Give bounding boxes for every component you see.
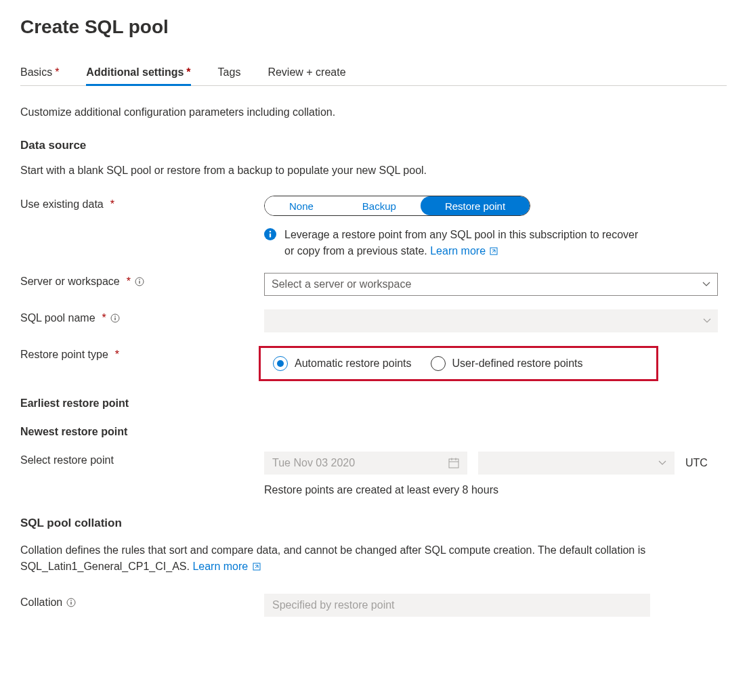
- tab-label: Basics: [20, 66, 52, 78]
- radio-icon: [431, 356, 446, 371]
- pill-backup[interactable]: Backup: [338, 196, 421, 215]
- label-use-existing-data: Use existing data*: [20, 196, 264, 211]
- learn-more-text: Learn more: [192, 561, 248, 572]
- label-text: Select restore point: [20, 454, 114, 466]
- section-data-source: Data source: [20, 139, 727, 152]
- section-sql-pool-collation: SQL pool collation: [20, 517, 727, 530]
- required-asterisk: *: [110, 198, 114, 211]
- data-source-desc: Start with a blank SQL pool or restore f…: [20, 165, 727, 177]
- required-asterisk: *: [127, 276, 131, 288]
- pill-none[interactable]: None: [265, 196, 338, 215]
- restore-point-type-radios: Automatic restore points User-defined re…: [263, 351, 654, 376]
- label-text: Restore point type: [20, 349, 108, 361]
- label-collation: Collation: [20, 594, 264, 609]
- radio-label: Automatic restore points: [295, 357, 412, 370]
- timezone-label: UTC: [685, 457, 708, 469]
- intro-text: Customize additional configuration param…: [20, 106, 727, 118]
- label-server-workspace: Server or workspace*: [20, 273, 264, 288]
- label-restore-point-type: Restore point type*: [20, 346, 264, 361]
- tabs: Basics* Additional settings* Tags Review…: [20, 66, 727, 86]
- date-value: Tue Nov 03 2020: [272, 457, 355, 469]
- collation-value: Specified by restore point: [272, 599, 395, 611]
- tab-label: Additional settings: [86, 66, 184, 78]
- label-text: Use existing data: [20, 198, 104, 211]
- label-text: SQL pool name: [20, 312, 95, 324]
- svg-rect-10: [449, 459, 458, 468]
- label-earliest-restore-point: Earliest restore point: [20, 395, 264, 410]
- label-select-restore-point: Select restore point: [20, 452, 264, 466]
- svg-rect-17: [71, 600, 72, 601]
- tab-basics[interactable]: Basics*: [20, 66, 59, 85]
- label-newest-restore-point: Newest restore point: [20, 423, 264, 438]
- required-asterisk: *: [186, 66, 190, 78]
- label-text: Newest restore point: [20, 426, 127, 438]
- required-asterisk: *: [55, 66, 59, 78]
- external-link-icon: [490, 247, 498, 255]
- chevron-down-icon: [703, 317, 711, 325]
- tab-review-create[interactable]: Review + create: [268, 66, 345, 85]
- label-sql-pool-name: SQL pool name*: [20, 309, 264, 324]
- tab-tags[interactable]: Tags: [218, 66, 241, 85]
- label-text: Earliest restore point: [20, 397, 129, 410]
- learn-more-link[interactable]: Learn more: [430, 245, 498, 257]
- svg-rect-9: [114, 316, 115, 317]
- collation-input: Specified by restore point: [264, 594, 650, 617]
- select-placeholder: Select a server or workspace: [272, 278, 411, 290]
- collation-learn-more-link[interactable]: Learn more: [192, 561, 260, 572]
- svg-rect-1: [270, 234, 271, 238]
- radio-icon: [273, 356, 288, 371]
- svg-rect-8: [114, 318, 115, 320]
- radio-label: User-defined restore points: [452, 357, 583, 370]
- restore-point-type-highlight: Automatic restore points User-defined re…: [259, 346, 658, 381]
- page-title: Create SQL pool: [20, 16, 727, 38]
- svg-rect-2: [270, 231, 271, 232]
- tab-label: Tags: [218, 66, 241, 78]
- required-asterisk: *: [115, 349, 119, 361]
- restore-info: Leverage a restore point from any SQL po…: [264, 227, 643, 259]
- pill-restore-point[interactable]: Restore point: [421, 196, 530, 215]
- info-hint-icon[interactable]: [110, 313, 120, 323]
- chevron-down-icon: [658, 459, 666, 467]
- chevron-down-icon: [702, 280, 710, 288]
- collation-desc-text: Collation defines the rules that sort an…: [20, 544, 645, 572]
- learn-more-text: Learn more: [430, 245, 486, 257]
- svg-rect-6: [139, 280, 140, 280]
- radio-user-defined-restore[interactable]: User-defined restore points: [431, 356, 583, 371]
- tab-additional-settings[interactable]: Additional settings*: [86, 66, 190, 85]
- info-hint-icon[interactable]: [135, 277, 144, 286]
- use-existing-data-toggle: None Backup Restore point: [264, 196, 530, 216]
- svg-rect-16: [71, 602, 72, 605]
- info-icon: [264, 228, 276, 240]
- sql-pool-name-select: [264, 309, 718, 332]
- required-asterisk: *: [102, 312, 106, 324]
- radio-automatic-restore[interactable]: Automatic restore points: [273, 356, 412, 371]
- info-hint-icon[interactable]: [66, 598, 76, 607]
- restore-time-input: [478, 452, 675, 475]
- label-text: Server or workspace: [20, 276, 120, 288]
- calendar-icon: [448, 458, 459, 468]
- restore-frequency-note: Restore points are created at least ever…: [264, 484, 727, 496]
- label-text: Collation: [20, 596, 62, 609]
- external-link-icon: [253, 563, 261, 571]
- restore-date-input: Tue Nov 03 2020: [264, 452, 467, 475]
- tab-label: Review + create: [268, 66, 345, 78]
- collation-desc: Collation defines the rules that sort an…: [20, 542, 670, 575]
- server-workspace-select[interactable]: Select a server or workspace: [264, 273, 718, 296]
- svg-rect-5: [139, 281, 140, 284]
